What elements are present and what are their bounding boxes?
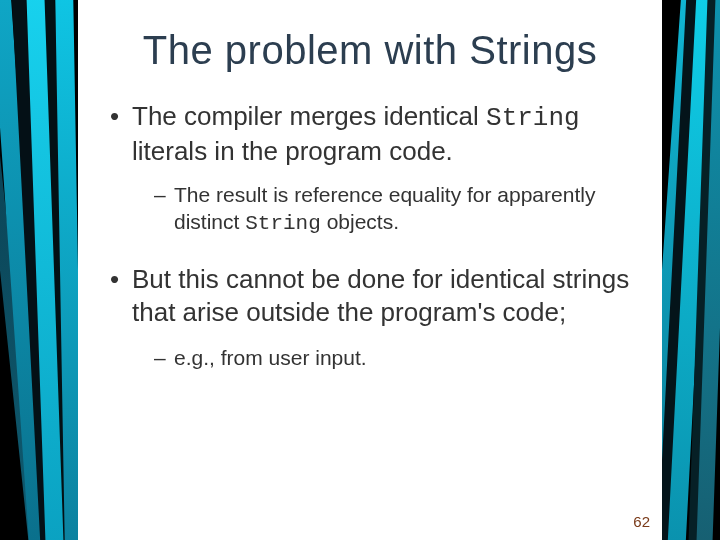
bullet-item: The compiler merges identical String lit… [106,100,634,263]
subbullet-text-prefix: e.g., from user input. [174,346,367,369]
subbullet-text-suffix: objects. [321,210,399,233]
bullet-text-prefix: The compiler merges identical [132,101,486,131]
page-number: 62 [633,513,650,530]
content-panel: The problem with Strings The compiler me… [78,0,662,540]
slide-body: The compiler merges identical String lit… [78,80,662,399]
bullet-text-prefix: But this cannot be done for identical st… [132,264,629,327]
bullet-text-suffix: literals in the program code. [132,136,453,166]
bullet-item: But this cannot be done for identical st… [106,263,634,399]
subbullet-item: e.g., from user input. [154,344,634,381]
slide-title: The problem with Strings [78,0,662,80]
subbullet-code: String [245,212,321,235]
slide: The problem with Strings The compiler me… [0,0,720,540]
bullet-code: String [486,103,580,133]
decorative-left-strip [0,0,78,540]
decorative-right-strip [662,0,720,540]
subbullet-item: The result is reference equality for app… [154,181,634,246]
